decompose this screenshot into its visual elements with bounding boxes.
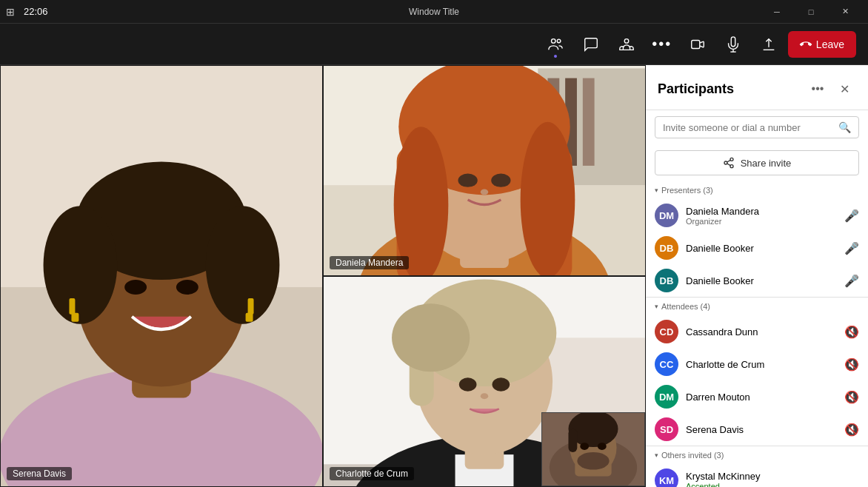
panel-close-button[interactable]: ✕ — [832, 77, 856, 101]
camera-icon — [690, 36, 706, 53]
panel-close-icon: ✕ — [840, 82, 849, 96]
svg-point-45 — [392, 303, 470, 372]
mic-muted-icon-darren: 🔇 — [844, 390, 859, 404]
mic-on-icon-daniela: 🎤 — [844, 209, 859, 223]
share-screen-button[interactable] — [752, 28, 785, 61]
svg-point-48 — [481, 393, 489, 399]
svg-point-56 — [580, 443, 589, 450]
svg-point-12 — [206, 206, 280, 323]
title-bar-left: ⊞ 22:06 — [6, 6, 48, 18]
svg-rect-18 — [246, 313, 253, 322]
share-screen-icon — [761, 36, 777, 53]
camera-button[interactable] — [681, 28, 714, 61]
participant-name-krystal-mckinney: Krystal McKinney — [686, 471, 859, 482]
participant-item-danielle-booker-1[interactable]: DB Danielle Booker 🎤 — [646, 232, 868, 264]
active-indicator — [554, 55, 557, 58]
search-input[interactable] — [663, 122, 832, 133]
panel-title: Participants — [658, 81, 734, 97]
svg-point-59 — [724, 161, 727, 164]
participant-name-danielle-booker-1: Danielle Booker — [686, 243, 837, 254]
participant-item-serena-davis[interactable]: SD Serena Davis 🔇 — [646, 413, 868, 446]
svg-point-32 — [521, 122, 575, 275]
search-bar[interactable]: 🔍 — [655, 116, 859, 138]
participant-name-cassandra-dunn: Cassandra Dunn — [686, 326, 837, 337]
participant-info-krystal-mckinney: Krystal McKinney Accepted — [686, 471, 859, 488]
video-cell-daniela: Daniela Mandera — [323, 65, 646, 276]
participant-role-daniela-mandera: Organizer — [686, 217, 837, 226]
video-grid: Serena Davis — [0, 65, 646, 487]
participant-info-cassandra-dunn: Cassandra Dunn — [686, 326, 837, 337]
mic-on-icon-danielle-2: 🎤 — [844, 274, 859, 288]
participant-info-daniela-mandera: Daniela Mandera Organizer — [686, 206, 837, 226]
close-button[interactable]: ✕ — [828, 0, 862, 24]
avatar-daniela-mandera: DM — [655, 204, 678, 227]
search-icon: 🔍 — [838, 121, 851, 133]
svg-point-55 — [577, 452, 609, 470]
attendees-label: Attendees (4) — [661, 302, 710, 311]
title-bar: ⊞ 22:06 Window Title ─ □ ✕ — [0, 0, 868, 24]
avatar-charlotte-de-crum: CC — [655, 352, 678, 376]
attendees-section-header: ▾ Attendees (4) — [646, 298, 868, 315]
avatar-serena-davis: SD — [655, 417, 678, 441]
svg-point-1 — [557, 39, 561, 43]
participant-item-krystal-mckinney[interactable]: KM Krystal McKinney Accepted — [646, 464, 868, 487]
mic-muted-icon-serena: 🔇 — [844, 423, 859, 437]
attendees-chevron: ▾ — [655, 303, 658, 310]
svg-point-57 — [598, 443, 607, 450]
daniela-video — [324, 66, 645, 275]
presenters-section-header: ▾ Presenters (3) — [646, 181, 868, 199]
participant-name-danielle-booker-2: Danielle Booker — [686, 275, 837, 286]
avatar-krystal-mckinney: KM — [655, 468, 678, 487]
minimize-button[interactable]: ─ — [760, 0, 794, 24]
grid-icon: ⊞ — [6, 6, 15, 18]
svg-point-60 — [730, 165, 733, 168]
mic-muted-icon-charlotte: 🔇 — [844, 357, 859, 372]
others-invited-section-header: ▾ Others invited (3) — [646, 446, 868, 464]
share-invite-label: Share invite — [741, 158, 792, 169]
call-timer: 22:06 — [24, 6, 48, 17]
reactions-icon — [618, 36, 635, 53]
reactions-button[interactable] — [610, 28, 643, 61]
avatar-cassandra-dunn: CD — [655, 320, 678, 343]
participant-name-darren-mouton: Darren Mouton — [686, 392, 837, 403]
more-button[interactable]: ••• — [646, 28, 678, 61]
panel-more-button[interactable]: ••• — [806, 77, 829, 101]
svg-point-0 — [551, 38, 555, 43]
participant-item-darren-mouton[interactable]: DM Darren Mouton 🔇 — [646, 380, 868, 413]
participant-info-serena-davis: Serena Davis — [686, 424, 837, 435]
participant-item-cassandra-dunn[interactable]: CD Cassandra Dunn 🔇 — [646, 315, 868, 348]
chat-button[interactable] — [575, 28, 607, 61]
window-controls: ─ □ ✕ — [760, 0, 862, 24]
charlotte-name-label: Charlotte de Crum — [330, 467, 414, 480]
participant-name-daniela-mandera: Daniela Mandera — [686, 206, 837, 217]
people-icon — [547, 36, 564, 53]
leave-label: Leave — [816, 38, 844, 50]
presenters-chevron: ▾ — [655, 187, 658, 194]
svg-line-62 — [727, 160, 730, 162]
svg-rect-24 — [583, 78, 595, 166]
participants-panel: Participants ••• ✕ 🔍 Share invite — [646, 65, 868, 487]
share-invite-button[interactable]: Share invite — [655, 150, 859, 175]
participant-item-danielle-booker-2[interactable]: DB Danielle Booker 🎤 — [646, 264, 868, 297]
svg-point-46 — [459, 377, 477, 391]
svg-point-14 — [176, 280, 198, 295]
participant-item-charlotte-de-crum[interactable]: CC Charlotte de Crum 🔇 — [646, 348, 868, 380]
svg-rect-16 — [71, 313, 79, 322]
participant-item-daniela-mandera[interactable]: DM Daniela Mandera Organizer 🎤 — [646, 199, 868, 232]
leave-button[interactable]: Leave — [788, 31, 856, 58]
maximize-button[interactable]: □ — [794, 0, 828, 24]
avatar-darren-mouton: DM — [655, 385, 678, 409]
svg-point-58 — [730, 158, 733, 161]
participant-name-serena-davis: Serena Davis — [686, 424, 837, 435]
serena-name-label: Serena Davis — [7, 467, 72, 480]
svg-point-33 — [458, 173, 477, 187]
daniela-name-label: Daniela Mandera — [330, 256, 409, 269]
svg-point-47 — [493, 377, 510, 391]
svg-line-61 — [727, 164, 730, 166]
people-button[interactable] — [539, 28, 572, 61]
video-cell-fourth — [541, 412, 645, 486]
mic-button[interactable] — [717, 28, 750, 61]
panel-more-icon: ••• — [812, 82, 824, 95]
svg-point-11 — [44, 206, 118, 323]
call-toolbar: ••• Leave — [0, 24, 868, 65]
